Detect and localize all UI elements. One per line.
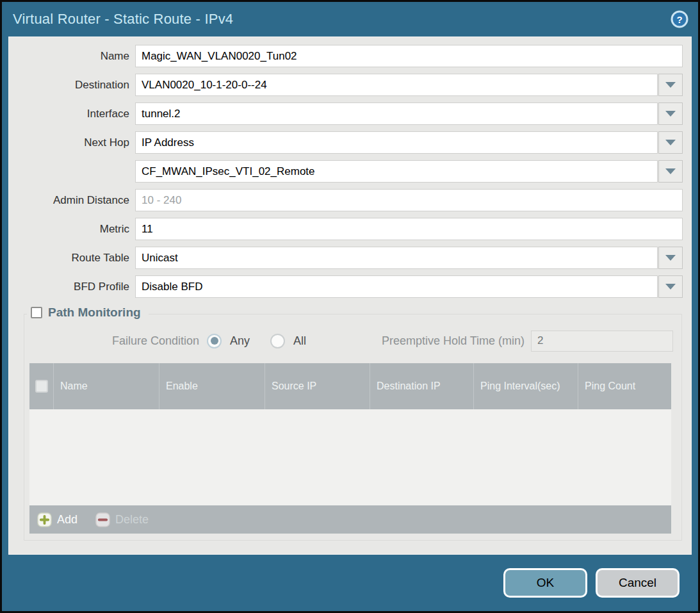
radio-selected-icon xyxy=(207,334,222,348)
add-button[interactable]: Add xyxy=(37,512,77,527)
route-table-dropdown-button[interactable] xyxy=(658,247,683,269)
svg-text:?: ? xyxy=(676,14,682,25)
footer-bar: OK Cancel xyxy=(2,555,698,611)
path-monitoring-table: Name Enable Source IP Destination IP Pin… xyxy=(29,363,671,534)
select-all-cell xyxy=(29,363,53,409)
next-hop-label: Next Hop xyxy=(13,136,135,149)
route-table-input[interactable] xyxy=(135,247,658,269)
metric-label: Metric xyxy=(13,223,135,236)
select-all-checkbox[interactable] xyxy=(35,380,48,393)
content-panel: Name Destination Interface Next Hop Admi… xyxy=(8,37,692,555)
admin-distance-input[interactable] xyxy=(135,189,683,211)
name-label: Name xyxy=(13,50,135,63)
column-header-name[interactable]: Name xyxy=(53,363,159,409)
path-monitoring-checkbox[interactable] xyxy=(31,307,42,318)
chevron-down-icon xyxy=(665,284,676,290)
destination-dropdown-button[interactable] xyxy=(658,74,683,96)
bfd-profile-dropdown-button[interactable] xyxy=(658,275,683,298)
table-toolbar: Add Delete xyxy=(29,505,671,534)
table-body-empty xyxy=(29,409,671,505)
form-row-admin-distance: Admin Distance xyxy=(13,189,683,211)
help-icon[interactable]: ? xyxy=(670,10,689,29)
column-header-source-ip[interactable]: Source IP xyxy=(265,363,370,409)
next-hop-type-input[interactable] xyxy=(135,131,658,154)
any-option-label: Any xyxy=(230,334,250,348)
form-row-interface: Interface xyxy=(13,102,683,125)
chevron-down-icon xyxy=(665,168,676,174)
plus-icon xyxy=(37,512,52,527)
title-bar: Virtual Router - Static Route - IPv4 ? xyxy=(2,2,698,37)
interface-label: Interface xyxy=(13,108,135,120)
dialog-title: Virtual Router - Static Route - IPv4 xyxy=(13,11,670,28)
minus-icon xyxy=(95,512,110,527)
all-option-label: All xyxy=(293,334,306,348)
form-row-route-table: Route Table xyxy=(13,247,683,269)
failure-condition-all-option[interactable]: All xyxy=(270,334,306,348)
bfd-profile-label: BFD Profile xyxy=(13,281,135,293)
admin-distance-label: Admin Distance xyxy=(13,194,135,207)
column-header-destination-ip[interactable]: Destination IP xyxy=(370,363,473,409)
bfd-profile-input[interactable] xyxy=(135,275,658,298)
table-header-row: Name Enable Source IP Destination IP Pin… xyxy=(29,363,671,409)
preemptive-hold-time-label: Preemptive Hold Time (min) xyxy=(382,334,531,348)
next-hop-address-input[interactable] xyxy=(135,160,658,183)
form-row-name: Name xyxy=(13,45,683,67)
interface-dropdown-button[interactable] xyxy=(658,102,683,125)
interface-input[interactable] xyxy=(135,102,658,125)
failure-condition-any-option[interactable]: Any xyxy=(207,334,250,348)
form-row-bfd-profile: BFD Profile xyxy=(13,275,683,298)
chevron-down-icon xyxy=(665,111,676,117)
form-row-metric: Metric xyxy=(13,218,683,240)
route-table-label: Route Table xyxy=(13,252,135,265)
column-header-ping-count[interactable]: Ping Count xyxy=(578,363,671,409)
preemptive-hold-time-input[interactable] xyxy=(531,331,673,352)
failure-condition-row: Failure Condition Any All Preemptive Hol… xyxy=(28,330,675,352)
path-monitoring-legend: Path Monitoring xyxy=(27,306,149,320)
next-hop-type-dropdown-button[interactable] xyxy=(658,131,683,154)
delete-button-label: Delete xyxy=(115,513,149,527)
destination-input[interactable] xyxy=(135,74,658,96)
form-row-next-hop: Next Hop xyxy=(13,131,683,154)
form-row-next-hop-address xyxy=(13,160,683,183)
add-button-label: Add xyxy=(57,513,77,527)
path-monitoring-title: Path Monitoring xyxy=(48,306,141,320)
metric-input[interactable] xyxy=(135,218,683,240)
column-header-enable[interactable]: Enable xyxy=(159,363,265,409)
path-monitoring-section: Path Monitoring Failure Condition Any Al… xyxy=(24,314,682,541)
next-hop-address-dropdown-button[interactable] xyxy=(658,160,683,183)
chevron-down-icon xyxy=(665,82,676,88)
form-row-destination: Destination xyxy=(13,74,683,96)
failure-condition-label: Failure Condition xyxy=(28,334,207,348)
dialog-window: Virtual Router - Static Route - IPv4 ? N… xyxy=(0,0,700,613)
ok-button[interactable]: OK xyxy=(503,568,587,598)
chevron-down-icon xyxy=(665,255,676,261)
column-header-ping-interval[interactable]: Ping Interval(sec) xyxy=(473,363,578,409)
delete-button[interactable]: Delete xyxy=(95,512,149,527)
radio-unselected-icon xyxy=(270,334,285,348)
name-input[interactable] xyxy=(135,45,683,67)
cancel-button[interactable]: Cancel xyxy=(596,568,680,598)
destination-label: Destination xyxy=(13,79,135,92)
chevron-down-icon xyxy=(665,140,676,145)
